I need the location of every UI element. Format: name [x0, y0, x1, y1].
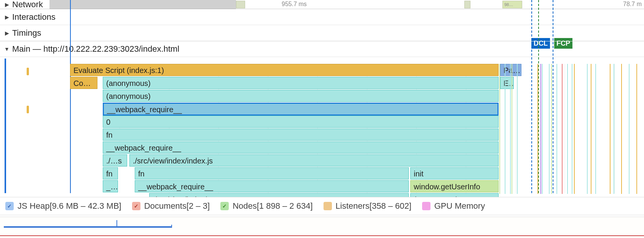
track-label-main-url: http://10.222.22.239:3023/index.html [43, 44, 179, 54]
track-label-network: Network [12, 0, 43, 10]
flame-entry[interactable]: Co…1) [70, 77, 97, 89]
checkbox-icon[interactable]: ✓ [220, 202, 229, 210]
flame-entry[interactable]: __webpack_require__ [103, 103, 499, 116]
flame-entry[interactable]: fn [135, 167, 409, 179]
flame-entry[interactable]: init [410, 167, 499, 179]
memory-overview[interactable] [0, 217, 644, 238]
time-ruler[interactable]: 98… 955.7 ms 78.7 m [236, 0, 644, 9]
chevron-right-icon: ▶ [4, 14, 10, 20]
legend-item-heap[interactable]: ✓ JS Heap[9.6 MB – 42.3 MB] [5, 201, 121, 211]
flame-row: fnfninit [70, 167, 644, 180]
flame-row: fn [70, 129, 644, 141]
legend-label-documents: Documents[2 – 3] [144, 201, 210, 211]
flame-entry[interactable]: (anonymous) [103, 90, 499, 102]
overview-documents-line [0, 235, 644, 236]
ruler-selection-text: 98… [504, 2, 513, 7]
performance-panel: ▶ Network 98… 955.7 ms 78.7 m ▶ Interact… [0, 0, 644, 238]
flame-entry[interactable]: __webpack_require__ [135, 180, 409, 192]
chevron-right-icon: ▶ [4, 2, 10, 8]
track-label-main: Main — http://10.222.22.239:3023/index.h… [12, 44, 179, 54]
flame-entry[interactable]: E… [500, 77, 514, 89]
track-label-timings: Timings [12, 28, 41, 38]
flame-entry[interactable]: window.getUserInfo [410, 180, 499, 192]
chevron-down-icon: ▼ [4, 46, 10, 52]
ruler-marker [464, 1, 470, 8]
flame-row: __webpack_require__ [70, 103, 644, 116]
swatch-icon[interactable] [422, 202, 430, 210]
flame-row: ./…s./src/view/index/index.js [70, 154, 644, 167]
track-label-interactions: Interactions [12, 12, 56, 22]
track-interactions[interactable]: ▶ Interactions [0, 9, 644, 25]
legend-label-gpu: GPU Memory [434, 201, 485, 211]
ruler-selection-label: 98… [502, 1, 522, 8]
flame-entry[interactable]: Pa…]) [500, 64, 521, 76]
flame-entry[interactable]: fn [103, 167, 118, 179]
gutter-ticks [27, 64, 30, 194]
track-main[interactable]: ▼ Main — http://10.222.22.239:3023/index… [0, 41, 644, 57]
flame-entry[interactable]: __webpack_require__ [103, 141, 499, 154]
legend-item-listeners[interactable]: Listeners[358 – 602] [324, 201, 411, 211]
flame-entry[interactable]: fn [103, 129, 499, 141]
legend-item-gpu[interactable]: GPU Memory [422, 201, 485, 211]
flame-entry[interactable]: ./src/view/index/index.js [129, 154, 499, 167]
flame-row: __webpack_require__ [70, 141, 644, 154]
range-start-line[interactable] [5, 59, 6, 193]
ruler-tick-label-right: 78.7 m [623, 1, 642, 8]
flame-entry[interactable]: ./…s [103, 154, 127, 167]
checkbox-icon[interactable]: ✓ [132, 202, 140, 210]
chevron-right-icon: ▶ [4, 30, 10, 36]
flame-entry[interactable]: 0 [103, 116, 499, 128]
memory-legend: ✓ JS Heap[9.6 MB – 42.3 MB] ✓ Documents[… [0, 197, 644, 215]
flame-row: (anonymous) [70, 90, 644, 103]
legend-item-nodes[interactable]: ✓ Nodes[1 898 – 2 634] [220, 201, 312, 211]
flame-row: Evaluate Script (index.js:1)Pa…]) [70, 64, 644, 77]
track-label-main-prefix: Main — [12, 44, 43, 54]
overview-step [116, 220, 117, 228]
overview-heap-line [4, 226, 171, 228]
ruler-marker [236, 1, 245, 8]
checkbox-icon[interactable]: ✓ [5, 202, 14, 210]
flame-row: 0 [70, 116, 644, 129]
flame-row: Co…1)(anonymous)E… [70, 77, 644, 90]
flame-entry[interactable]: _… [103, 180, 118, 192]
legend-item-documents[interactable]: ✓ Documents[2 – 3] [132, 201, 210, 211]
legend-label-listeners: Listeners[358 – 602] [336, 201, 411, 211]
legend-label-heap: JS Heap[9.6 MB – 42.3 MB] [18, 201, 121, 211]
overview-step [171, 225, 172, 228]
flame-chart[interactable]: Evaluate Script (index.js:1)Pa…])Co…1)(a… [70, 64, 644, 194]
swatch-icon[interactable] [324, 202, 332, 210]
ruler-tick-label: 955.7 ms [282, 1, 307, 8]
legend-label-nodes: Nodes[1 898 – 2 634] [233, 201, 312, 211]
flame-row: _…__webpack_require__window.getUserInfo [70, 180, 644, 193]
flame-entry[interactable]: (anonymous) [103, 77, 499, 89]
network-selection-overlay [49, 0, 236, 9]
flame-entry[interactable]: Evaluate Script (index.js:1) [70, 64, 499, 76]
